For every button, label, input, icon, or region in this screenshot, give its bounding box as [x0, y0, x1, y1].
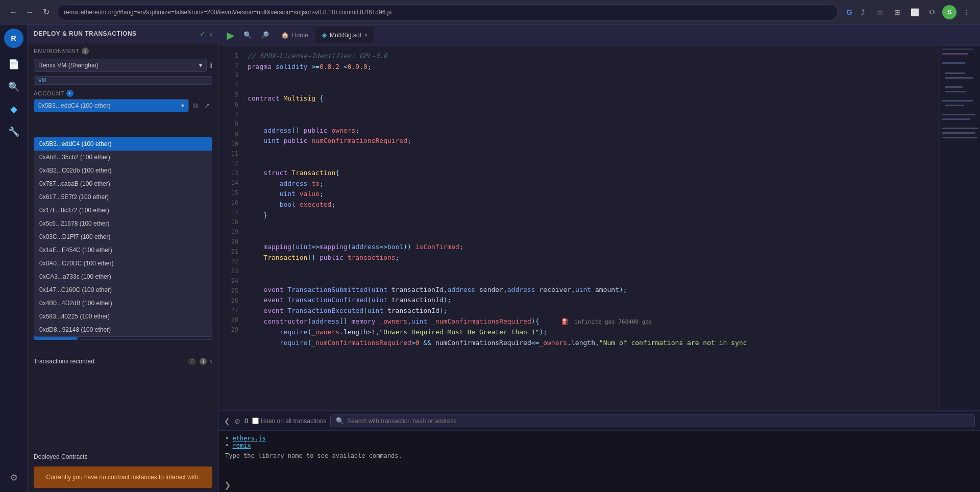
svg-rect-1	[942, 53, 968, 55]
console-prompt: Type the library name to see available c…	[225, 452, 974, 459]
profile-avatar[interactable]: S	[942, 5, 957, 19]
console-toolbar: ❮ ⊘ 0 listen on all transactions 🔍	[219, 411, 980, 431]
logo-button[interactable]: R	[4, 29, 23, 48]
vm-badge: VM	[34, 76, 212, 85]
svg-rect-11	[942, 128, 978, 129]
collapse-arrow[interactable]: ›	[210, 30, 212, 38]
extension-button[interactable]: ⊞	[890, 5, 904, 19]
deployed-contracts-section: Deployed Contracts Currently you have no…	[28, 449, 218, 492]
search-icon-btn[interactable]: 🔍	[4, 77, 24, 97]
dropdown-item-1[interactable]: 0xAb8...35cb2 (100 ether)	[34, 151, 212, 164]
svg-rect-2	[942, 62, 965, 64]
no-contract-message: Currently you have no contract instances…	[34, 466, 212, 488]
console-search-bar[interactable]: 🔍	[330, 414, 975, 427]
check-icon: ✓	[200, 30, 206, 38]
cast-button[interactable]: ⬜	[908, 5, 922, 19]
dropdown-item-14[interactable]: 0xdD8...92148 (100 ether)	[34, 323, 212, 336]
account-dropdown: 0x5B3...eddC4 (100 ether) 0xAb8...35cb2 …	[34, 137, 212, 337]
deploy-panel: DEPLOY & RUN TRANSACTIONS ✓ › ENVIRONMEN…	[28, 24, 219, 492]
dropdown-item-3[interactable]: 0x787...cabaB (100 ether)	[34, 177, 212, 190]
browser-chrome: ← → ↻ remix.ethereum.org/#lang=en&optimi…	[0, 0, 980, 24]
line-numbers: 12345 678910 1112131415 1617181920 21222…	[219, 46, 243, 410]
dropdown-item-2[interactable]: 0x4B2...C02db (100 ether)	[34, 164, 212, 177]
svg-rect-10	[942, 118, 970, 120]
editor-toolbar: ▶ 🔍 🔎 🏠 Home ◈ MultiSig.sol ×	[219, 24, 980, 46]
icon-sidebar: R 📄 🔍 ◆ 🔧 ⚙	[0, 24, 28, 492]
console-bottom-chevron-icon[interactable]: ❯	[224, 480, 231, 490]
account-chevron-icon: ▾	[181, 102, 184, 109]
copy-address-icon[interactable]: ⧉	[191, 100, 200, 112]
deploy-icon-btn[interactable]: ◆	[4, 99, 24, 119]
environment-select[interactable]: Remix VM (Shanghai) ▾	[34, 59, 207, 72]
main-area: ▶ 🔍 🔎 🏠 Home ◈ MultiSig.sol × 12345 6789…	[219, 24, 980, 492]
dropdown-item-12[interactable]: 0x4B0...4D2dB (100 ether)	[34, 297, 212, 310]
environment-value: Remix VM (Shanghai)	[38, 62, 98, 69]
environment-info-icon[interactable]: ℹ	[82, 47, 89, 55]
dropdown-item-5[interactable]: 0x17F...8c372 (100 ether)	[34, 204, 212, 217]
tab-file-label: MultiSig.sol	[330, 32, 361, 39]
editor-tabs: 🏠 Home ◈ MultiSig.sol ×	[275, 27, 976, 43]
dropdown-item-6[interactable]: 0x5c6...21678 (100 ether)	[34, 217, 212, 230]
console-count: 0	[244, 417, 248, 425]
dropdown-item-7[interactable]: 0x03C...D1Ff7 (100 ether)	[34, 230, 212, 243]
svg-rect-7	[942, 100, 973, 102]
debug-icon-btn[interactable]: 🔧	[4, 121, 24, 142]
settings-icon-btn[interactable]: ⚙	[4, 468, 24, 488]
transactions-row: Transactions recorded 0 ℹ ›	[28, 353, 218, 370]
svg-rect-9	[942, 114, 975, 115]
dropdown-item-8[interactable]: 0x1aE...E454C (100 ether)	[34, 243, 212, 257]
address-bar[interactable]: remix.ethereum.org/#lang=en&optimize=fal…	[57, 4, 838, 20]
forward-button[interactable]: →	[22, 5, 37, 19]
home-icon: 🏠	[281, 32, 289, 39]
svg-rect-3	[945, 72, 965, 74]
app-layout: R 📄 🔍 ◆ 🔧 ⚙ DEPLOY & RUN TRANSACTIONS ✓ …	[0, 24, 980, 492]
panel-title: DEPLOY & RUN TRANSACTIONS	[34, 30, 195, 37]
zoom-in-button[interactable]: 🔍	[240, 28, 255, 42]
dropdown-item-10[interactable]: 0xCA3...a733c (100 ether)	[34, 270, 212, 283]
tab-multisig[interactable]: ◈ MultiSig.sol ×	[315, 27, 374, 43]
external-link-icon[interactable]: ↗	[202, 100, 212, 112]
account-selected-value: 0x5B3...eddC4 (100 ether)	[38, 102, 110, 109]
google-icon: G	[846, 8, 852, 16]
back-button[interactable]: ←	[6, 5, 20, 19]
dropdown-item-9[interactable]: 0x0A0...C70DC (100 ether)	[34, 257, 212, 270]
dropdown-item-4[interactable]: 0x617...5E7f2 (100 ether)	[34, 190, 212, 204]
svg-rect-5	[945, 86, 963, 88]
window-button[interactable]: ⧉	[925, 5, 939, 19]
transactions-info-icon[interactable]: ℹ	[200, 358, 207, 365]
ethers-link[interactable]: ethers.js	[232, 435, 265, 442]
deployed-contracts-header: Deployed Contracts	[28, 449, 218, 464]
environment-row: Remix VM (Shanghai) ▾ ℹ	[28, 57, 218, 76]
environment-info-btn[interactable]: ℹ	[210, 61, 212, 69]
refresh-button[interactable]: ↻	[39, 5, 53, 19]
remix-link[interactable]: remix	[232, 442, 251, 449]
menu-button[interactable]: ⋮	[960, 5, 974, 19]
account-select[interactable]: 0x5B3...eddC4 (100 ether) ▾	[34, 99, 189, 112]
svg-rect-13	[942, 137, 977, 138]
dropdown-item-13[interactable]: 0x583...40225 (100 ether)	[34, 310, 212, 323]
zoom-out-button[interactable]: 🔎	[258, 28, 272, 42]
console-chevron-icon[interactable]: ❮	[224, 417, 230, 425]
transactions-count: 0	[188, 358, 197, 365]
listen-checkbox-row: listen on all transactions	[252, 417, 326, 425]
account-plus-icon[interactable]: +	[66, 90, 74, 97]
code-editor[interactable]: // SPDX-License-Identifier: GPL-3.0 prag…	[243, 46, 939, 410]
files-icon-btn[interactable]: 📄	[4, 54, 24, 75]
dropdown-item-11[interactable]: 0x147...C160C (100 ether)	[34, 283, 212, 297]
share-button[interactable]: ⤴	[855, 5, 870, 19]
tab-close-icon[interactable]: ×	[364, 32, 368, 39]
run-button[interactable]: ▶	[223, 28, 237, 42]
console-links: • ethers.js • remix	[225, 435, 974, 449]
dropdown-item-0[interactable]: 0x5B3...eddC4 (100 ether)	[34, 137, 212, 151]
minimap	[939, 46, 980, 410]
tab-home[interactable]: 🏠 Home	[275, 27, 314, 43]
transactions-chevron-icon[interactable]: ›	[210, 357, 212, 365]
listen-checkbox[interactable]	[252, 417, 259, 424]
console-search-input[interactable]	[347, 417, 969, 425]
nav-buttons: ← → ↻	[6, 5, 53, 19]
environment-label: ENVIRONMENT ℹ	[28, 43, 218, 57]
chevron-down-icon: ▾	[199, 62, 202, 69]
bookmark-button[interactable]: ☆	[873, 5, 887, 19]
filter-icon[interactable]: ⊘	[234, 417, 240, 425]
account-label: ACCOUNT +	[34, 90, 212, 97]
